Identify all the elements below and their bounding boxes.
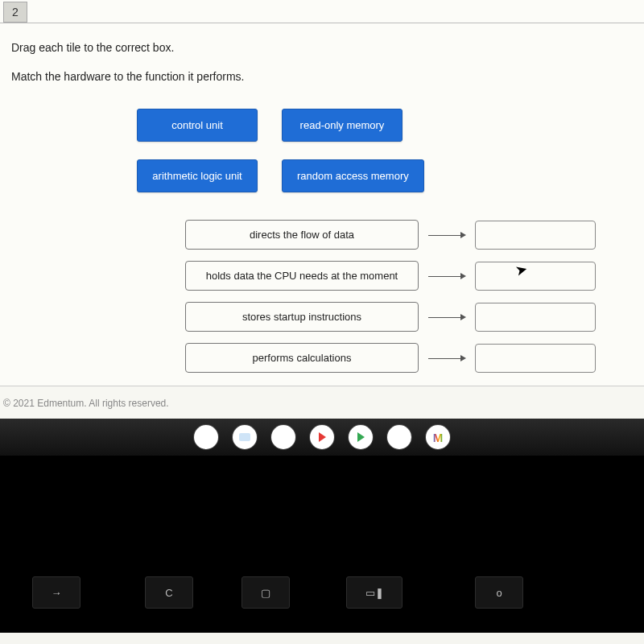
arrow-icon [419,308,475,325]
prompt-stores-startup: stores startup instructions [185,302,419,332]
prompt-performs-calculations: performs calculations [185,343,419,373]
match-row: directs the flow of data [185,220,644,250]
key-overview[interactable]: ▭❚ [346,576,402,609]
instruction-match: Match the hardware to the function it pe… [11,70,633,83]
instruction-drag: Drag each tile to the correct box. [11,41,633,54]
question-page: 2 Drag each tile to the correct box. Mat… [0,0,644,386]
arrow-icon [419,267,475,284]
question-number-badge: 2 [3,2,27,23]
tile-read-only-memory[interactable]: read-only memory [282,109,402,142]
drop-target-0[interactable] [475,221,596,250]
arrow-icon [419,226,475,243]
match-row: holds data the CPU needs at the moment [185,261,644,291]
tile-control-unit[interactable]: control unit [137,109,258,142]
tile-random-access-memory[interactable]: random access memory [282,159,424,192]
match-row: performs calculations [185,343,644,373]
copyright-text: © 2021 Edmentum. All rights reserved. [0,386,644,419]
gmail-icon[interactable]: M [426,425,450,449]
prompt-directs-flow: directs the flow of data [185,220,419,250]
prompt-holds-data: holds data the CPU needs at the moment [185,261,419,291]
tile-arithmetic-logic-unit[interactable]: arithmetic logic unit [137,159,258,192]
chromeos-shelf: M [0,419,644,456]
drop-target-1[interactable] [475,262,596,291]
chrome-icon[interactable] [194,425,218,449]
files-icon[interactable] [233,425,257,449]
drop-target-2[interactable] [475,303,596,332]
play-store-icon[interactable] [349,425,373,449]
youtube-icon[interactable] [310,425,334,449]
keyboard-area: → C ▢ ▭❚ o [0,456,644,633]
gmail-letter: M [433,431,444,444]
draggable-tiles-container: control unit read-only memory arithmetic… [0,102,499,199]
drop-target-3[interactable] [475,344,596,373]
key-brightness[interactable]: o [475,576,523,609]
key-refresh[interactable]: C [145,576,193,609]
messages-icon[interactable] [387,425,411,449]
key-forward[interactable]: → [32,576,80,609]
docs-icon[interactable] [271,425,295,449]
matching-area: directs the flow of data holds data the … [0,199,644,386]
instructions-block: Drag each tile to the correct box. Match… [0,23,644,102]
key-fullscreen[interactable]: ▢ [242,576,290,609]
arrow-icon [419,349,475,366]
question-number-bar: 2 [0,0,644,23]
match-row: stores startup instructions [185,302,644,332]
